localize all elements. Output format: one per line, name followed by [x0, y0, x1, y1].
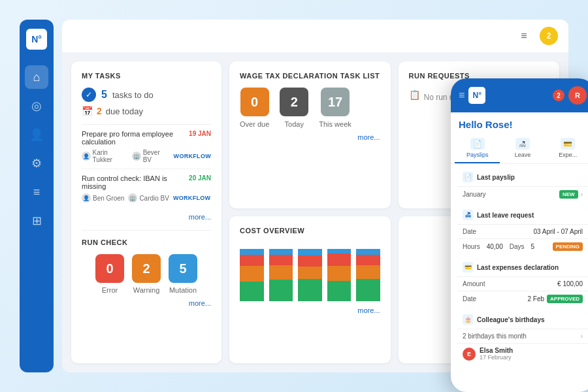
notification-badge[interactable]: 2 [540, 27, 558, 45]
company-icon-2: 🏢 [128, 193, 137, 203]
cost-overview-title: COST OVERVIEW [240, 227, 380, 235]
sidebar-item-grid[interactable]: ⊞ [25, 209, 48, 233]
sidebar-logo: N° [26, 29, 47, 50]
leave-date-value: 03 April - 07 April [533, 228, 583, 235]
leave-date-label: Date [463, 228, 476, 235]
check-circle-icon: ✓ [82, 88, 96, 102]
mobile-logo: N° [468, 87, 485, 104]
mobile-birthdays-section: 🎂 Colleague's birthdays 2 birthdays this… [457, 310, 588, 364]
leave-section-icon: 🏖 [463, 210, 473, 220]
mobile-expenses-section: 💳 Last expenses declaration Amount € 100… [457, 258, 588, 306]
birthday-person-name: Elsa Smith [480, 347, 513, 354]
bar-segment-red [327, 253, 351, 266]
overdue-label: Over due [240, 120, 269, 128]
company-icon-1: 🏢 [132, 152, 141, 161]
task-name-1: Prepare pro forma employee calculation [82, 130, 186, 146]
mobile-top-bar: ≡ N° 2 R [451, 78, 588, 112]
tasks-more-link[interactable]: more... [82, 213, 211, 221]
mobile-tab-payslips[interactable]: 📄 Payslips [455, 134, 500, 163]
thisweek-item: 17 This week [319, 88, 351, 128]
bar-segment-blue [240, 249, 264, 255]
bar-segment-red [356, 255, 380, 265]
person-icon-2: 👤 [82, 193, 91, 203]
warning-count: 2 [132, 254, 161, 283]
expenses-section-icon: 💳 [463, 262, 473, 272]
wage-tax-more-link[interactable]: more... [240, 133, 380, 141]
cost-chart [240, 242, 380, 301]
person-icon-1: 👤 [82, 152, 91, 161]
task-person-1: 👤 Karin Tukker [82, 149, 128, 163]
chart-bar-group [356, 249, 380, 301]
run-check-title: RUN CHECK [82, 238, 211, 246]
menu-icon[interactable]: ≡ [515, 27, 533, 45]
birthdays-count-row[interactable]: 2 birthdays this month › [457, 329, 588, 343]
run-check-error: 0 Error [95, 254, 124, 294]
mutation-label: Mutation [169, 286, 197, 294]
due-count: 2 [97, 106, 102, 116]
mobile-tabs: 📄 Payslips 🏖 Leave 💳 Expe... [451, 134, 588, 164]
bar-segment-orange [327, 266, 351, 281]
task-item-1[interactable]: Prepare pro forma employee calculation 1… [82, 124, 211, 169]
leave-hours-value: 40,00 [487, 243, 503, 250]
payslip-chevron: › [581, 191, 583, 198]
tax-counts: 0 Over due 2 Today 17 This week [240, 88, 380, 128]
sidebar-item-home[interactable]: ⌂ [25, 65, 48, 89]
sidebar-item-circle[interactable]: ◎ [25, 94, 48, 118]
sidebar-item-users[interactable]: 👤 [25, 123, 48, 146]
expenses-date-value: 2 Feb [528, 295, 545, 302]
mobile-greeting: Hello Rose! [451, 112, 588, 134]
birthdays-section-title: Colleague's birthdays [477, 316, 545, 323]
error-count: 0 [95, 254, 124, 283]
task-company-2: 🏢 Cardio BV [128, 193, 169, 203]
bar-segment-blue [356, 249, 380, 255]
task-item-2[interactable]: Run control check: IBAN is missing 20 JA… [82, 169, 211, 208]
bar-segment-red [269, 255, 293, 265]
tasks-count-label: tasks to do [112, 90, 154, 100]
bar-segment-green [327, 281, 351, 301]
payslip-section-icon: 📄 [463, 172, 473, 182]
expenses-icon: 💳 [561, 138, 575, 150]
expenses-approved-badge: APPROVED [547, 295, 583, 303]
mobile-avatar: R [568, 86, 587, 105]
task-company-1: 🏢 Bever BV [132, 149, 170, 163]
leave-date-row: Date 03 April - 07 April [457, 224, 588, 238]
birthday-person-row[interactable]: E Elsa Smith 17 February [457, 343, 588, 364]
payslip-row[interactable]: January NEW › [457, 186, 588, 202]
mutation-count: 5 [169, 254, 197, 283]
task-badge-1: WORKFLOW [174, 153, 211, 159]
bar-segment-orange [240, 266, 264, 282]
sidebar-item-settings[interactable]: ⚙ [25, 152, 48, 175]
due-today-row: 📅 2 due today [82, 106, 211, 116]
leave-days-label: Days [510, 243, 525, 250]
cost-more-link[interactable]: more... [240, 306, 380, 314]
mobile-tab-leave[interactable]: 🏖 Leave [500, 134, 545, 163]
mobile-tab-expenses[interactable]: 💳 Expe... [546, 134, 588, 163]
run-check-more-link[interactable]: more... [82, 299, 211, 307]
bar-segment-red [240, 255, 264, 266]
error-label: Error [102, 286, 118, 294]
my-tasks-card: MY TASKS ✓ 5 tasks to do 📅 2 due today P… [71, 61, 221, 363]
bar-segment-orange [269, 265, 293, 280]
leave-hours-row: Hours 40,00 Days 5 PENDING [457, 238, 588, 254]
mobile-payslip-section: 📄 Last payslip January NEW › [457, 168, 588, 202]
overdue-item: 0 Over due [240, 88, 269, 128]
payslip-month: January [463, 191, 486, 198]
birthdays-section-icon: 🎂 [463, 314, 473, 325]
sidebar-item-sliders[interactable]: ≡ [25, 180, 48, 204]
expenses-section-title: Last expenses declaration [477, 264, 559, 271]
leave-section-title: Last leave request [477, 212, 534, 219]
bar-segment-green [269, 280, 293, 301]
thisweek-count: 17 [321, 88, 350, 116]
bar-segment-blue [269, 249, 293, 255]
leave-icon: 🏖 [515, 138, 530, 150]
bar-segment-green [356, 279, 380, 301]
expenses-date-row: Date 2 Feb APPROVED [457, 291, 588, 306]
payslips-icon: 📄 [470, 138, 485, 150]
expenses-date-label: Date [463, 295, 476, 302]
today-item: 2 Today [280, 88, 308, 128]
mobile-overlay: ≡ N° 2 R Hello Rose! 📄 Payslips 🏖 Leave … [451, 78, 588, 392]
expenses-amount-row: Amount € 100,00 [457, 276, 588, 291]
mobile-menu-icon[interactable]: ≡ [459, 90, 465, 101]
bar-segment-blue [298, 249, 322, 255]
mobile-notif-badge[interactable]: 2 [553, 90, 564, 101]
